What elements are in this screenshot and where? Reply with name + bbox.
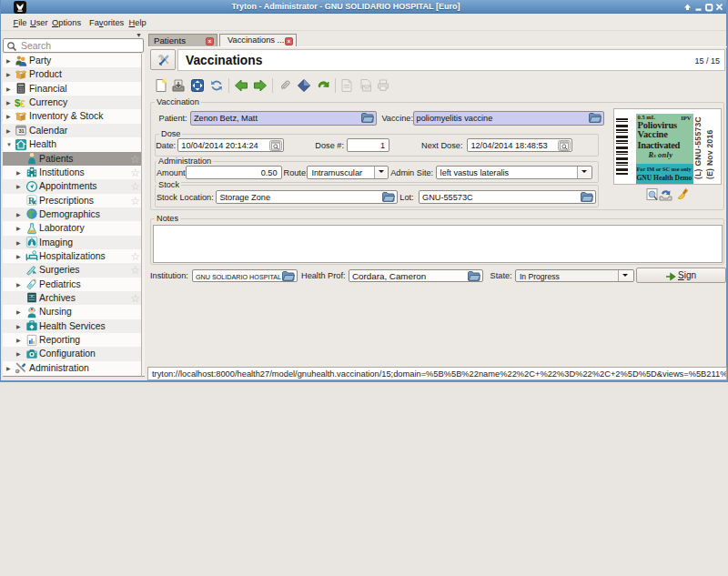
svg-text:31: 31	[18, 128, 24, 134]
svg-text:€: €	[20, 98, 25, 109]
svg-text:R: R	[28, 196, 35, 206]
